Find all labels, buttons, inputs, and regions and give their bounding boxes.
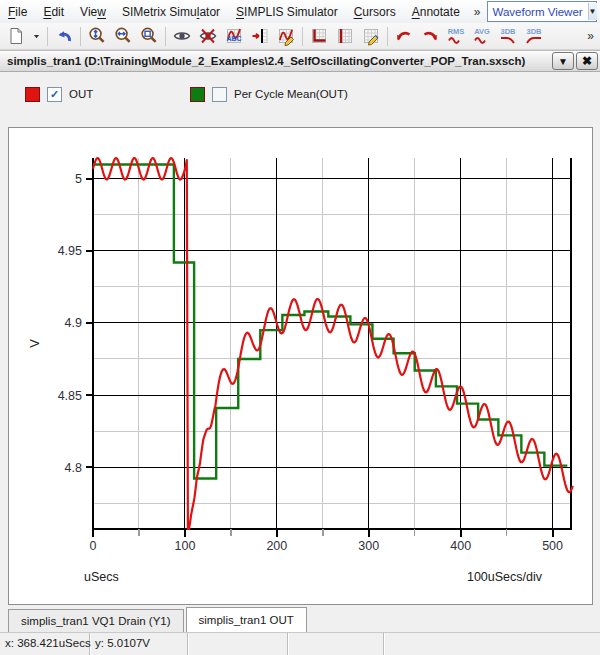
- simetrix-waveform-viewer-window: FileEditViewSIMetrix SimulatorSIMPLIS Si…: [0, 0, 600, 655]
- x-tick-label: 0: [90, 539, 97, 553]
- toolbar-separator: [165, 27, 166, 46]
- y-tick-label: 4.8: [65, 461, 82, 475]
- x-tick-label: 200: [266, 539, 287, 553]
- toolbar-separator: [80, 27, 81, 46]
- y-tick-label: 4.85: [58, 389, 82, 403]
- status-field: [288, 633, 384, 655]
- y-tick-label: 4.95: [58, 244, 82, 258]
- x-axis-scale-label: 100uSecs/div: [467, 570, 543, 584]
- chevron-down-icon[interactable]: ▼: [588, 3, 597, 20]
- dropdown-caret-icon[interactable]: [29, 23, 44, 49]
- avg-icon[interactable]: AVG: [469, 23, 495, 49]
- undo-icon[interactable]: [51, 23, 77, 49]
- x-tick-label: 300: [358, 539, 379, 553]
- status-cursor-x: x: 368.421uSecs: [0, 633, 90, 655]
- x-tick-label: 500: [542, 539, 563, 553]
- lowpass-3db-icon[interactable]: 3DB: [495, 23, 521, 49]
- svg-text:3DB: 3DB: [500, 27, 516, 36]
- window-menu-button[interactable]: ▼: [552, 52, 574, 70]
- menu-item-simplis-simulator[interactable]: SIMPLIS Simulator: [228, 2, 346, 22]
- document-title-bar: simplis_tran1 (D:\Training\Module_2_Exam…: [0, 50, 600, 72]
- viewer-mode-value: Waveform Viewer: [488, 6, 588, 18]
- x-axis-units-label: uSecs: [84, 570, 119, 584]
- curve-color-swatch: [25, 87, 40, 102]
- svg-text:ABC: ABC: [226, 35, 241, 42]
- legend-label: OUT: [69, 88, 93, 100]
- rms-icon[interactable]: RMS: [443, 23, 469, 49]
- menu-item-file[interactable]: File: [0, 2, 35, 22]
- curve-legend: ✓OUT✓Per Cycle Mean(OUT): [0, 80, 600, 110]
- curve-visibility-checkbox[interactable]: ✓: [212, 87, 227, 102]
- y-tick-label: 4.9: [65, 316, 82, 330]
- legend-entry: ✓Per Cycle Mean(OUT): [190, 86, 348, 102]
- highpass-3db-icon[interactable]: 3DB: [521, 23, 547, 49]
- menu-item-annotate[interactable]: Annotate: [404, 2, 468, 22]
- menu-bar: FileEditViewSIMetrix SimulatorSIMPLIS Si…: [0, 0, 600, 24]
- status-bar: x: 368.421uSecsy: 5.0107V: [0, 632, 600, 655]
- zoom-horizontal-icon[interactable]: [110, 23, 136, 49]
- svg-text:3DB: 3DB: [526, 27, 542, 36]
- zoom-box-icon[interactable]: [136, 23, 162, 49]
- toolbar-separator: [47, 27, 48, 46]
- toolbar-overflow-chevron-icon[interactable]: »: [587, 29, 594, 43]
- curve-label-icon[interactable]: ABC: [221, 23, 247, 49]
- add-grid-icon[interactable]: [332, 23, 358, 49]
- legend-entry: ✓OUT: [25, 86, 93, 102]
- graph-panel: 010020030040050054.954.94.854.8uSecs100u…: [8, 127, 593, 605]
- curve-color-swatch: [190, 87, 205, 102]
- menu-item-cursors[interactable]: Cursors: [346, 2, 404, 22]
- curve-visibility-checkbox[interactable]: ✓: [47, 87, 62, 102]
- svg-text:RMS: RMS: [448, 27, 465, 36]
- edit-axis-icon[interactable]: [358, 23, 384, 49]
- graph-tab-simplis-tran1-vq1-drain-y1-[interactable]: simplis_tran1 VQ1 Drain (Y1): [8, 609, 184, 632]
- menu-item-view[interactable]: View: [72, 2, 114, 22]
- waveform-chart[interactable]: 010020030040050054.954.94.854.8uSecs100u…: [9, 128, 590, 602]
- next-zoom-icon[interactable]: [417, 23, 443, 49]
- document-title: simplis_tran1 (D:\Training\Module_2_Exam…: [0, 55, 552, 67]
- x-tick-label: 400: [450, 539, 471, 553]
- legend-label: Per Cycle Mean(OUT): [234, 88, 348, 100]
- viewer-mode-combobox[interactable]: Waveform Viewer ▼: [487, 1, 598, 22]
- move-curve-axis-icon[interactable]: [247, 23, 273, 49]
- graph-tab-bar: simplis_tran1 VQ1 Drain (Y1)simplis_tran…: [0, 607, 600, 632]
- toolbar-separator: [302, 27, 303, 46]
- show-curve-icon[interactable]: [169, 23, 195, 49]
- zoom-vertical-icon[interactable]: [84, 23, 110, 49]
- delete-curve-icon[interactable]: [273, 23, 299, 49]
- y-tick-label: 5: [75, 172, 82, 186]
- series-out: [93, 158, 573, 529]
- toolbar: ABCRMSAVG3DB3DB»: [0, 23, 600, 50]
- menu-item-edit[interactable]: Edit: [35, 2, 72, 22]
- status-cursor-y: y: 5.0107V: [90, 633, 188, 655]
- graph-tab-simplis-tran1-out[interactable]: simplis_tran1 OUT: [186, 607, 307, 632]
- status-field: [188, 633, 288, 655]
- menu-item-simetrix-simulator[interactable]: SIMetrix Simulator: [114, 2, 228, 22]
- toolbar-separator: [387, 27, 388, 46]
- x-tick-label: 100: [174, 539, 195, 553]
- hide-curve-icon[interactable]: [195, 23, 221, 49]
- menu-overflow-chevron-icon[interactable]: »: [468, 5, 487, 19]
- svg-text:AVG: AVG: [474, 27, 490, 36]
- close-button[interactable]: ✖: [576, 52, 598, 70]
- previous-zoom-icon[interactable]: [391, 23, 417, 49]
- add-axis-icon[interactable]: [306, 23, 332, 49]
- new-document-icon[interactable]: [3, 23, 29, 49]
- y-axis-label: V: [27, 339, 42, 348]
